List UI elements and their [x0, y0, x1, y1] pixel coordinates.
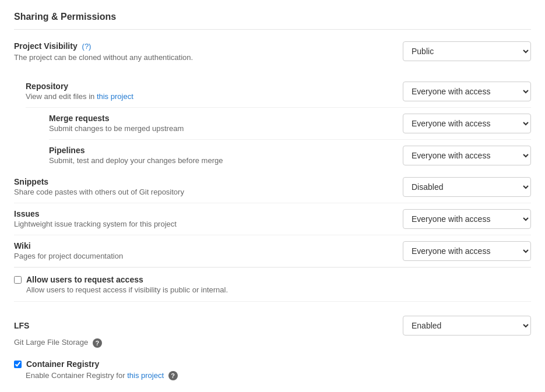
allow-access-request-description: Allow users to request access if visibil…: [26, 285, 228, 294]
issues-title: Issues: [14, 209, 379, 218]
lfs-select[interactable]: Disabled Enabled: [403, 316, 531, 336]
page-title: Sharing & Permissions: [14, 12, 531, 30]
pipelines-title: Pipelines: [49, 146, 379, 155]
pipelines-select[interactable]: Only Project Members Everyone with acces…: [403, 146, 531, 165]
project-visibility-control: Private Internal Public: [403, 41, 531, 61]
allow-access-request-checkbox[interactable]: [14, 276, 22, 284]
repository-select[interactable]: Only Project Members Everyone with acces…: [403, 82, 531, 101]
lfs-title: LFS: [14, 321, 29, 330]
allow-access-request-title: Allow users to request access: [26, 275, 228, 284]
snippets-description: Share code pastes with others out of Git…: [14, 188, 379, 196]
page-container: Sharing & Permissions Project Visibility…: [14, 12, 531, 380]
project-visibility-section: Project Visibility (?) The project can b…: [14, 41, 531, 66]
snippets-select[interactable]: Disabled Only Project Members Everyone w…: [403, 177, 531, 197]
allow-access-request-row: Allow users to request access Allow user…: [14, 267, 531, 302]
repository-title: Repository: [26, 82, 379, 91]
container-registry-title: Container Registry: [26, 359, 99, 369]
pipelines-row: Pipelines Submit, test and deploy your c…: [49, 140, 531, 171]
issues-select[interactable]: Disabled Only Project Members Everyone w…: [403, 209, 531, 229]
project-visibility-select[interactable]: Private Internal Public: [403, 41, 531, 61]
merge-requests-title: Merge requests: [49, 114, 379, 123]
container-registry-description: Enable Container Registry for this proje…: [26, 371, 531, 381]
issues-description: Lightweight issue tracking system for th…: [14, 220, 379, 228]
project-visibility-help[interactable]: (?): [82, 42, 92, 51]
container-registry-link[interactable]: this project: [127, 371, 164, 380]
snippets-row: Snippets Share code pastes with others o…: [14, 171, 531, 203]
project-visibility-label: Project Visibility: [14, 41, 78, 51]
lfs-section: LFS Disabled Enabled Git Large File Stor…: [14, 311, 531, 348]
wiki-description: Pages for project documentation: [14, 252, 379, 260]
pipelines-description: Submit, test and deploy your changes bef…: [49, 156, 379, 165]
merge-requests-row: Merge requests Submit changes to be merg…: [49, 108, 531, 140]
merge-requests-description: Submit changes to be merged upstream: [49, 124, 379, 133]
lfs-description: Git Large File Storage ?: [14, 338, 531, 348]
snippets-title: Snippets: [14, 177, 379, 186]
repository-row: Repository View and edit files in this p…: [26, 76, 531, 108]
project-visibility-description: The project can be cloned without any au…: [14, 53, 379, 62]
repository-description: View and edit files in this project: [26, 92, 379, 101]
container-registry-help-icon[interactable]: ?: [168, 371, 178, 380]
wiki-row: Wiki Pages for project documentation Dis…: [14, 235, 531, 267]
lfs-help-icon[interactable]: ?: [93, 338, 102, 348]
wiki-select[interactable]: Disabled Only Project Members Everyone w…: [403, 241, 531, 261]
container-registry-checkbox[interactable]: [14, 361, 22, 368]
container-registry-section: Container Registry Enable Container Regi…: [14, 352, 531, 381]
issues-row: Issues Lightweight issue tracking system…: [14, 203, 531, 235]
wiki-title: Wiki: [14, 241, 379, 250]
merge-requests-select[interactable]: Only Project Members Everyone with acces…: [403, 114, 531, 133]
